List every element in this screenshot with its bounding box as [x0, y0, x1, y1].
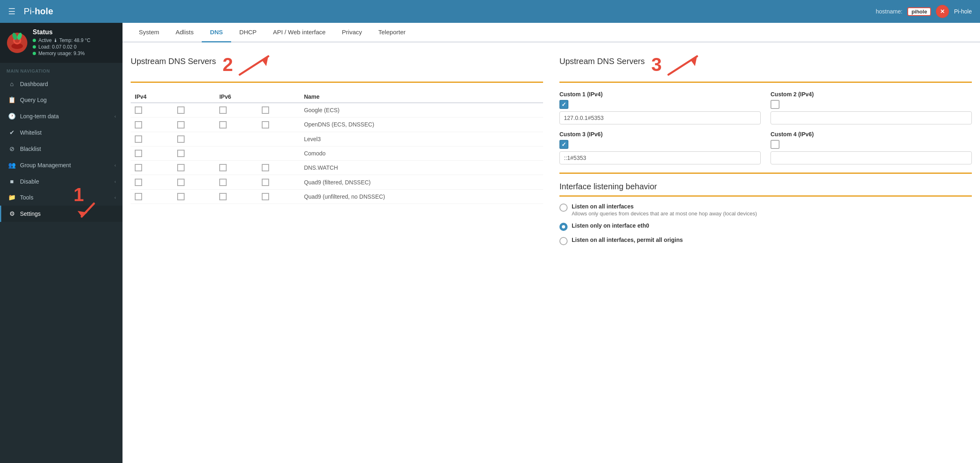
interface-divider: [559, 173, 972, 174]
dns-name-google: Google (ECS): [300, 103, 543, 117]
cb-opendns-ipv6-2[interactable]: [262, 121, 269, 128]
blacklist-icon: ⊘: [8, 145, 16, 153]
right-panel-divider: [559, 82, 972, 83]
custom4-checkbox[interactable]: [771, 140, 780, 149]
cb-quad9u-ipv4-1[interactable]: [135, 193, 142, 200]
cb-dnswatch-ipv6-1[interactable]: [219, 164, 227, 171]
interface-title: Interface listening behavior: [559, 182, 972, 191]
tab-dns[interactable]: DNS: [202, 23, 231, 42]
custom4-container: Custom 4 (IPv6): [771, 131, 972, 164]
cb-google-ipv4-2[interactable]: [177, 106, 185, 114]
dns-name-quad9f: Quad9 (filtered, DNSSEC): [300, 175, 543, 189]
custom1-label: Custom 1 (IPv4): [559, 91, 761, 97]
tab-privacy[interactable]: Privacy: [334, 23, 370, 42]
group-mgmt-icon: 👥: [8, 162, 16, 169]
sidebar-item-long-term[interactable]: 🕐 Long-term data ‹: [0, 108, 122, 124]
custom4-label: Custom 4 (IPv6): [771, 131, 972, 137]
right-panel-title: Upstream DNS Servers: [559, 57, 645, 66]
cb-opendns-ipv4-2[interactable]: [177, 121, 185, 128]
settings-content: Upstream DNS Servers 2 IPv4: [122, 42, 980, 261]
cb-quad9u-ipv6-1[interactable]: [219, 193, 227, 200]
dns-name-dnswatch: DNS.WATCH: [300, 161, 543, 175]
dns-header-ipv4: IPv4: [131, 91, 215, 103]
cb-quad9u-ipv4-2[interactable]: [177, 193, 185, 200]
cb-google-ipv6-1[interactable]: [219, 106, 227, 114]
chevron-group-mgmt: ‹: [114, 163, 116, 168]
radio-all-interfaces-label: Listen on all interfaces: [572, 203, 634, 210]
custom4-check-row: [771, 140, 972, 149]
sidebar-item-tools[interactable]: 📁 Tools ‹: [0, 189, 122, 206]
table-row: OpenDNS (ECS, DNSSEC): [131, 117, 543, 132]
cb-level3-ipv4-1[interactable]: [135, 135, 142, 143]
table-row: Quad9 (unfiltered, no DNSSEC): [131, 189, 543, 204]
right-panel: Upstream DNS Servers 3 Custom 1 (I: [559, 52, 972, 251]
status-active: Active 🌡 Temp: 48.9 °C: [33, 38, 116, 43]
radio-all-interfaces-btn[interactable]: [559, 204, 568, 212]
status-load: Load: 0.07 0.02 0: [33, 44, 116, 50]
custom3-input[interactable]: [559, 151, 761, 164]
sidebar-item-whitelist[interactable]: ✔ Whitelist: [0, 124, 122, 141]
cb-opendns-ipv4-1[interactable]: [135, 121, 142, 128]
cb-google-ipv6-2[interactable]: [262, 106, 269, 114]
tab-api[interactable]: API / Web interface: [265, 23, 334, 42]
cb-opendns-ipv6-1[interactable]: [219, 121, 227, 128]
tab-dhcp[interactable]: DHCP: [231, 23, 265, 42]
sidebar-item-settings[interactable]: ⚙ Settings: [0, 206, 122, 222]
table-row: Level3: [131, 132, 543, 146]
custom1-input[interactable]: [559, 111, 761, 124]
radio-all-origins-label: Listen on all interfaces, permit all ori…: [572, 237, 683, 243]
sidebar-item-disable[interactable]: ■ Disable ‹: [0, 173, 122, 189]
radio-eth0: Listen only on interface eth0: [559, 222, 972, 231]
custom2-input[interactable]: [771, 111, 972, 124]
left-panel-header: Upstream DNS Servers 2: [131, 52, 543, 77]
dns-table: IPv4 IPv6 Name Google (ECS): [131, 91, 543, 204]
hostname-label: hostname:: [876, 8, 902, 15]
sidebar-item-query-log[interactable]: 📋 Query Log: [0, 92, 122, 108]
chevron-long-term: ‹: [114, 114, 116, 119]
cb-quad9f-ipv6-1[interactable]: [219, 179, 227, 186]
cb-google-ipv4-1[interactable]: [135, 106, 142, 114]
tab-adlists[interactable]: Adlists: [167, 23, 202, 42]
cb-dnswatch-ipv6-2[interactable]: [262, 164, 269, 171]
annotation-3-label: 3: [651, 55, 662, 74]
content-area: System Adlists DNS DHCP API / Web interf…: [122, 23, 980, 463]
chevron-disable: ‹: [114, 179, 116, 184]
sidebar-item-dashboard[interactable]: ⌂ Dashboard: [0, 76, 122, 92]
radio-all-origins-btn[interactable]: [559, 237, 568, 245]
radio-all-interfaces: Listen on all interfaces Allows only que…: [559, 203, 972, 217]
annotation-2-arrow: [236, 52, 276, 77]
sidebar-label-tools: Tools: [20, 194, 33, 201]
cb-dnswatch-ipv4-2[interactable]: [177, 164, 185, 171]
sidebar-item-group-management[interactable]: 👥 Group Management ‹: [0, 157, 122, 173]
radio-eth0-label: Listen only on interface eth0: [572, 222, 649, 229]
custom3-checkbox[interactable]: ✓: [559, 140, 568, 149]
cb-comodo-ipv4-2[interactable]: [177, 150, 185, 157]
custom2-checkbox[interactable]: [771, 100, 780, 109]
whitelist-icon: ✔: [8, 129, 16, 136]
cb-quad9f-ipv4-1[interactable]: [135, 179, 142, 186]
radio-all-interfaces-desc: Allows only queries from devices that ar…: [572, 210, 972, 217]
radio-eth0-btn[interactable]: [559, 223, 568, 231]
dns-name-level3: Level3: [300, 132, 543, 146]
cb-quad9f-ipv4-2[interactable]: [177, 179, 185, 186]
custom3-check-row: ✓: [559, 140, 761, 149]
cb-level3-ipv4-2[interactable]: [177, 135, 185, 143]
sidebar-user-panel: Status Active 🌡 Temp: 48.9 °C Load: 0.07…: [0, 23, 122, 63]
query-log-icon: 📋: [8, 96, 16, 104]
cb-quad9f-ipv6-2[interactable]: [262, 179, 269, 186]
left-panel: Upstream DNS Servers 2 IPv4: [131, 52, 543, 251]
custom3-label: Custom 3 (IPv6): [559, 131, 761, 137]
sidebar-item-blacklist[interactable]: ⊘ Blacklist: [0, 141, 122, 157]
sidebar-label-long-term: Long-term data: [20, 113, 59, 120]
status-title: Status: [33, 29, 116, 36]
cb-quad9u-ipv6-2[interactable]: [262, 193, 269, 200]
cb-comodo-ipv4-1[interactable]: [135, 150, 142, 157]
cb-dnswatch-ipv4-1[interactable]: [135, 164, 142, 171]
tab-system[interactable]: System: [131, 23, 167, 42]
custom1-checkbox[interactable]: ✓: [559, 100, 568, 109]
status-memory: Memory usage: 9.3%: [33, 51, 116, 56]
custom4-input[interactable]: [771, 151, 972, 164]
hamburger-menu[interactable]: ☰: [8, 7, 16, 16]
tab-teleporter[interactable]: Teleporter: [370, 23, 414, 42]
right-panel-header: Upstream DNS Servers 3: [559, 52, 972, 77]
